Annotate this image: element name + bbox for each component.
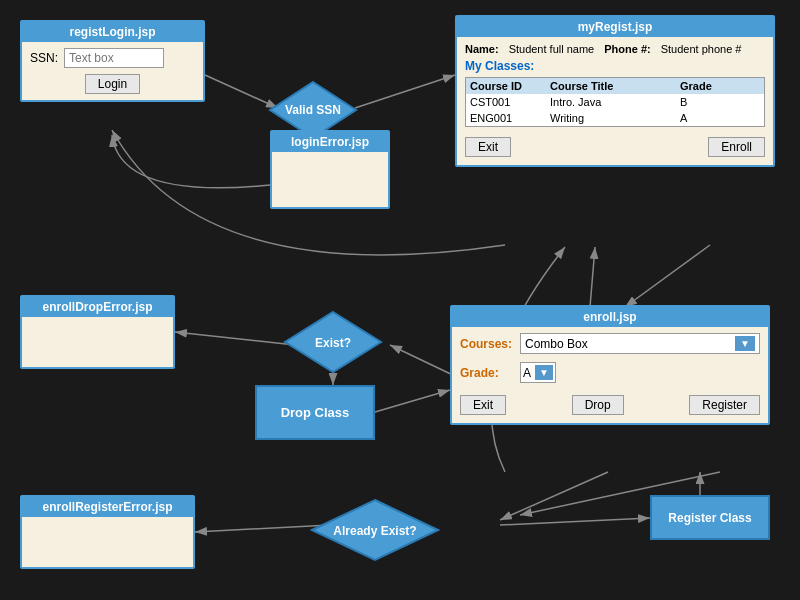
my-regist-exit-button[interactable]: Exit <box>465 137 511 157</box>
courses-combo[interactable]: Combo Box ▼ <box>520 333 760 354</box>
login-button[interactable]: Login <box>85 74 140 94</box>
enroll-register-error-title: enrollRegisterError.jsp <box>22 497 193 517</box>
login-error-box: loginError.jsp <box>270 130 390 209</box>
drop-class-box: Drop Class <box>255 385 375 440</box>
grade-arrow-icon: ▼ <box>535 365 553 380</box>
drop-class-label: Drop Class <box>281 405 350 420</box>
svg-line-11 <box>500 472 608 520</box>
combo-text: Combo Box <box>525 337 588 351</box>
my-regist-enroll-button[interactable]: Enroll <box>708 137 765 157</box>
classes-table: Course ID Course Title Grade CST001 Intr… <box>465 77 765 127</box>
svg-line-7 <box>175 332 295 345</box>
row1-grade: B <box>680 96 740 108</box>
enroll-box: enroll.jsp Courses: Combo Box ▼ Grade: A… <box>450 305 770 425</box>
enroll-drop-button[interactable]: Drop <box>572 395 624 415</box>
my-classes-label: My Classes: <box>465 59 765 73</box>
col-grade: Grade <box>680 80 740 92</box>
table-header: Course ID Course Title Grade <box>466 78 764 94</box>
enroll-register-button[interactable]: Register <box>689 395 760 415</box>
exist-diamond-svg <box>283 310 383 375</box>
row2-grade: A <box>680 112 740 124</box>
combo-arrow-icon: ▼ <box>735 336 755 351</box>
grade-select[interactable]: A ▼ <box>520 362 556 383</box>
grade-value: A <box>523 366 531 380</box>
my-regist-title: myRegist.jsp <box>457 17 773 37</box>
already-exist-diamond-svg <box>310 498 440 563</box>
ssn-input[interactable] <box>64 48 164 68</box>
row1-id: CST001 <box>470 96 550 108</box>
login-error-title: loginError.jsp <box>272 132 388 152</box>
exist-diamond: Exist? <box>283 310 383 375</box>
table-row: ENG001 Writing A <box>466 110 764 126</box>
register-class-label: Register Class <box>668 511 751 525</box>
ssn-label: SSN: <box>30 51 58 65</box>
enroll-drop-error-title: enrollDropError.jsp <box>22 297 173 317</box>
enroll-title: enroll.jsp <box>452 307 768 327</box>
enroll-exit-button[interactable]: Exit <box>460 395 506 415</box>
col-course-id: Course ID <box>470 80 550 92</box>
regist-login-title: registLogin.jsp <box>22 22 203 42</box>
enroll-register-error-box: enrollRegisterError.jsp <box>20 495 195 569</box>
already-exist-diamond: Already Exist? <box>310 498 440 563</box>
phone-value: Student phone # <box>661 43 742 55</box>
col-course-title: Course Title <box>550 80 680 92</box>
svg-line-9 <box>375 390 450 412</box>
name-value: Student full name <box>509 43 595 55</box>
register-class-box: Register Class <box>650 495 770 540</box>
diagram-container: registLogin.jsp SSN: Login Valid SSN log… <box>0 0 800 600</box>
name-label: Name: <box>465 43 499 55</box>
grade-label: Grade: <box>460 366 520 380</box>
enroll-drop-error-box: enrollDropError.jsp <box>20 295 175 369</box>
phone-label: Phone #: <box>604 43 650 55</box>
my-regist-box: myRegist.jsp Name: Student full name Pho… <box>455 15 775 167</box>
svg-line-13 <box>500 518 650 525</box>
svg-marker-17 <box>285 312 381 372</box>
svg-line-5 <box>625 245 710 307</box>
row2-id: ENG001 <box>470 112 550 124</box>
row2-title: Writing <box>550 112 680 124</box>
svg-line-4 <box>355 75 455 108</box>
courses-label: Courses: <box>460 337 520 351</box>
regist-login-box: registLogin.jsp SSN: Login <box>20 20 205 102</box>
svg-marker-18 <box>312 500 438 560</box>
table-row: CST001 Intro. Java B <box>466 94 764 110</box>
row1-title: Intro. Java <box>550 96 680 108</box>
svg-line-10 <box>590 247 595 307</box>
